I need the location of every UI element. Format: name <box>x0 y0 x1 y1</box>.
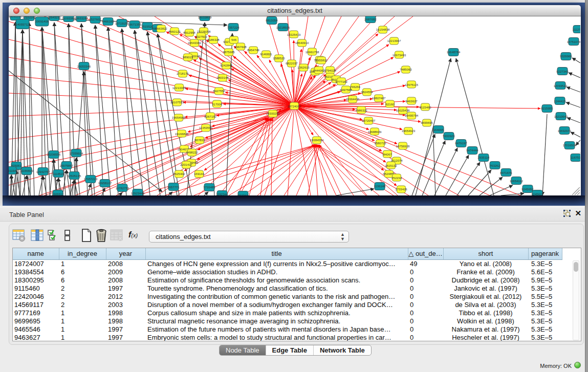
svg-text:20053346: 20053346 <box>77 65 91 68</box>
svg-text:9329966: 9329966 <box>560 55 572 58</box>
svg-text:20975857: 20975857 <box>60 164 74 167</box>
svg-text:1244415: 1244415 <box>554 100 566 103</box>
svg-text:16961758: 16961758 <box>306 51 319 54</box>
svg-text:989015: 989015 <box>183 56 193 59</box>
svg-text:17016504: 17016504 <box>563 144 577 147</box>
svg-text:18640910: 18640910 <box>295 41 309 45</box>
svg-text:17359924: 17359924 <box>70 152 83 155</box>
svg-text:1527602: 1527602 <box>89 18 101 21</box>
svg-text:1136146: 1136146 <box>374 185 386 188</box>
svg-text:12213967: 12213967 <box>387 39 401 42</box>
svg-text:317006: 317006 <box>212 103 223 106</box>
svg-text:15751074: 15751074 <box>567 40 580 43</box>
svg-text:1505512: 1505512 <box>52 193 64 195</box>
svg-text:16495794: 16495794 <box>405 114 419 117</box>
svg-text:887833: 887833 <box>194 139 205 142</box>
svg-text:7485063: 7485063 <box>400 68 412 71</box>
svg-text:9245611: 9245611 <box>532 193 544 195</box>
svg-text:19384554: 19384554 <box>310 139 324 142</box>
svg-text:84067: 84067 <box>383 153 392 156</box>
svg-text:6497568: 6497568 <box>340 89 352 92</box>
svg-text:1112783: 1112783 <box>573 28 580 31</box>
svg-text:9794028: 9794028 <box>324 69 336 72</box>
svg-text:10688609: 10688609 <box>368 130 382 134</box>
svg-text:11353594: 11353594 <box>199 126 213 129</box>
svg-text:62160: 62160 <box>386 103 395 106</box>
svg-text:20206556: 20206556 <box>47 153 61 156</box>
svg-text:5933923: 5933923 <box>443 135 455 138</box>
svg-text:10973493: 10973493 <box>393 54 406 57</box>
svg-text:2803144: 2803144 <box>216 76 229 79</box>
svg-text:11156829: 11156829 <box>20 169 33 172</box>
svg-text:7625402: 7625402 <box>173 172 185 176</box>
svg-text:8186328: 8186328 <box>207 38 220 41</box>
svg-text:12093522: 12093522 <box>554 84 568 87</box>
svg-text:8471676: 8471676 <box>500 171 512 174</box>
svg-text:8215955: 8215955 <box>541 107 553 110</box>
svg-text:10756928: 10756928 <box>396 145 410 148</box>
svg-text:9245652: 9245652 <box>521 188 534 191</box>
svg-text:2687682: 2687682 <box>364 18 377 21</box>
svg-text:1580723: 1580723 <box>374 142 386 145</box>
svg-text:16543382: 16543382 <box>188 41 202 45</box>
svg-text:8912954: 8912954 <box>183 31 195 34</box>
svg-text:6466160: 6466160 <box>102 20 114 23</box>
svg-text:9327503: 9327503 <box>195 35 207 38</box>
svg-text:9463627: 9463627 <box>405 100 418 103</box>
svg-text:20364436: 20364436 <box>346 98 360 101</box>
svg-text:7357224: 7357224 <box>227 26 239 29</box>
svg-text:2201417: 2201417 <box>180 163 192 166</box>
svg-text:7955812: 7955812 <box>315 59 328 62</box>
svg-text:8267150: 8267150 <box>204 115 216 118</box>
svg-text:2935114: 2935114 <box>478 156 490 159</box>
svg-text:19654923: 19654923 <box>402 129 416 133</box>
svg-text:8813054: 8813054 <box>266 19 278 22</box>
svg-text:169144: 169144 <box>194 172 205 176</box>
svg-text:12505135: 12505135 <box>68 174 81 178</box>
svg-text:6822037: 6822037 <box>286 62 298 65</box>
svg-text:7986322: 7986322 <box>355 109 367 112</box>
svg-text:546: 546 <box>231 38 237 41</box>
svg-text:17552266: 17552266 <box>23 16 36 19</box>
svg-text:1588520: 1588520 <box>273 57 285 60</box>
svg-text:9227343: 9227343 <box>556 70 569 73</box>
svg-text:3716485: 3716485 <box>203 186 215 189</box>
svg-text:2718176: 2718176 <box>177 72 189 75</box>
svg-text:3824554: 3824554 <box>361 91 373 94</box>
svg-text:18300295: 18300295 <box>266 112 280 115</box>
svg-text:10654112: 10654112 <box>510 180 524 183</box>
svg-text:15720407: 15720407 <box>362 119 376 122</box>
svg-text:7663822: 7663822 <box>155 27 167 30</box>
svg-text:16107553: 16107553 <box>170 101 184 104</box>
svg-text:10958107: 10958107 <box>98 182 112 185</box>
svg-text:9242848: 9242848 <box>220 64 232 67</box>
svg-text:20691406: 20691406 <box>35 20 49 23</box>
svg-text:1192344: 1192344 <box>216 193 229 195</box>
svg-text:763262: 763262 <box>490 164 500 167</box>
svg-text:116753: 116753 <box>571 156 580 159</box>
svg-text:10025438: 10025438 <box>396 109 410 112</box>
svg-text:6479197: 6479197 <box>455 142 467 145</box>
svg-text:16648784: 16648784 <box>447 51 461 54</box>
svg-text:15692971: 15692971 <box>558 129 572 133</box>
svg-text:9777169: 9777169 <box>335 80 347 83</box>
svg-text:16154838: 16154838 <box>376 28 390 31</box>
svg-text:8427552: 8427552 <box>213 90 225 93</box>
svg-text:16210643: 16210643 <box>554 115 568 118</box>
svg-text:19891396: 19891396 <box>9 16 23 18</box>
svg-text:13325419: 13325419 <box>287 33 301 36</box>
svg-text:164095: 164095 <box>433 128 444 132</box>
svg-text:16671355: 16671355 <box>128 23 142 26</box>
svg-text:18724007: 18724007 <box>288 105 301 108</box>
svg-text:331194: 331194 <box>9 169 16 172</box>
svg-text:19654985: 19654985 <box>172 116 186 119</box>
svg-text:3875685: 3875685 <box>223 51 235 54</box>
svg-text:12923448: 12923448 <box>131 192 145 195</box>
svg-text:9474444: 9474444 <box>466 149 478 152</box>
svg-text:1114519: 1114519 <box>53 172 64 176</box>
svg-text:12942757: 12942757 <box>36 170 50 173</box>
svg-text:1733426: 1733426 <box>395 188 407 191</box>
svg-text:10943211: 10943211 <box>48 16 61 19</box>
svg-text:16782759: 16782759 <box>116 187 129 190</box>
svg-text:1498222: 1498222 <box>186 151 198 154</box>
